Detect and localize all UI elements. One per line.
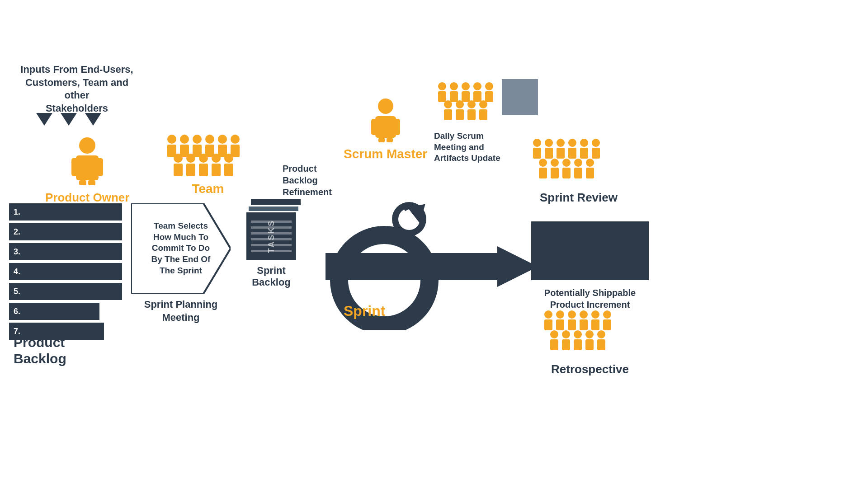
svg-rect-71 xyxy=(539,168,547,178)
svg-rect-73 xyxy=(551,168,559,178)
svg-rect-89 xyxy=(591,319,599,330)
svg-rect-5 xyxy=(88,180,95,185)
svg-rect-87 xyxy=(580,319,588,330)
svg-rect-19 xyxy=(174,164,183,176)
sprint-progress-arrow xyxy=(326,246,538,287)
pentagon-shape: Team Selects How Much To Commit To Do By… xyxy=(131,203,231,294)
svg-rect-3 xyxy=(93,158,103,176)
svg-point-90 xyxy=(603,310,611,319)
svg-point-66 xyxy=(580,139,588,147)
svg-point-26 xyxy=(224,154,233,163)
svg-rect-27 xyxy=(224,164,233,176)
inputs-label: Inputs From End-Users,Customers, Team an… xyxy=(14,63,140,115)
svg-point-29 xyxy=(378,99,393,114)
sprint-planning-section: Team Selects How Much To Commit To Do By… xyxy=(131,203,231,324)
svg-point-54 xyxy=(467,100,476,108)
svg-rect-25 xyxy=(212,164,221,176)
svg-rect-31 xyxy=(371,119,380,135)
svg-point-42 xyxy=(450,82,458,90)
retrospective-section: Retrospective xyxy=(531,307,649,376)
svg-point-88 xyxy=(591,310,599,319)
scrum-master-section: Scrum Master xyxy=(344,97,427,161)
backlog-item-5: 5. xyxy=(9,283,122,300)
svg-point-24 xyxy=(212,154,221,163)
backlog-item-4: 4. xyxy=(9,263,122,280)
svg-rect-61 xyxy=(545,148,553,159)
svg-rect-97 xyxy=(574,339,582,350)
svg-point-64 xyxy=(568,139,576,147)
svg-point-74 xyxy=(562,159,571,167)
sprint-review-label: Sprint Review xyxy=(529,191,628,205)
product-backlog-label: ProductBacklog xyxy=(14,334,66,367)
svg-point-10 xyxy=(193,135,202,144)
svg-rect-91 xyxy=(603,319,611,330)
sprint-planning-text: Team Selects How Much To Commit To Do By… xyxy=(146,221,216,276)
product-owner-label: Product Owner xyxy=(45,191,129,205)
team-label: Team xyxy=(163,182,253,196)
svg-rect-2 xyxy=(71,158,81,176)
arrow-down-1 xyxy=(36,113,52,126)
svg-rect-95 xyxy=(562,339,570,350)
svg-point-70 xyxy=(539,159,547,167)
svg-point-14 xyxy=(218,135,227,144)
svg-point-22 xyxy=(199,154,208,163)
svg-point-20 xyxy=(186,154,195,163)
svg-rect-57 xyxy=(479,109,487,120)
svg-point-6 xyxy=(167,135,176,144)
svg-rect-101 xyxy=(597,339,605,350)
svg-rect-34 xyxy=(387,138,393,142)
svg-rect-32 xyxy=(391,119,400,135)
retrospective-label: Retrospective xyxy=(531,362,649,376)
svg-rect-51 xyxy=(444,109,452,120)
svg-rect-65 xyxy=(568,148,576,159)
svg-point-52 xyxy=(456,100,464,108)
svg-point-96 xyxy=(574,330,582,338)
daily-scrum-label: Daily ScrumMeeting andArtifacts Update xyxy=(434,131,515,164)
scrum-master-label: Scrum Master xyxy=(344,147,427,161)
svg-rect-85 xyxy=(568,319,576,330)
svg-point-92 xyxy=(550,330,558,338)
svg-rect-59 xyxy=(533,148,541,159)
svg-rect-4 xyxy=(79,180,86,185)
gray-square xyxy=(502,79,538,115)
svg-point-82 xyxy=(556,310,564,319)
svg-rect-47 xyxy=(473,91,481,102)
svg-rect-67 xyxy=(580,148,588,159)
product-backlog-list: 1. 2. 3. 4. 5. 6. 7. xyxy=(9,203,122,343)
product-owner-icon xyxy=(69,136,105,185)
sprint-label: Sprint xyxy=(344,303,385,319)
backlog-item-3: 3. xyxy=(9,243,122,260)
tasks-overlay-label: TASKS xyxy=(267,220,276,253)
svg-point-8 xyxy=(180,135,189,144)
svg-point-86 xyxy=(580,310,588,319)
svg-rect-99 xyxy=(585,339,594,350)
svg-rect-81 xyxy=(544,319,552,330)
scrum-diagram: Inputs From End-Users,Customers, Team an… xyxy=(0,0,868,488)
backlog-item-1: 1. xyxy=(9,203,122,221)
svg-point-98 xyxy=(585,330,594,338)
scrum-master-icon xyxy=(370,97,401,142)
svg-rect-45 xyxy=(462,91,470,102)
weeks-label: 1-4 Weeks xyxy=(439,262,487,274)
svg-rect-49 xyxy=(485,91,493,102)
svg-point-84 xyxy=(568,310,576,319)
svg-point-78 xyxy=(586,159,594,167)
svg-point-60 xyxy=(545,139,553,147)
sprint-planning-label: Sprint PlanningMeeting xyxy=(131,298,231,324)
svg-point-100 xyxy=(597,330,605,338)
sprint-backlog-label: SprintBacklog xyxy=(246,265,296,288)
svg-point-12 xyxy=(205,135,214,144)
svg-rect-93 xyxy=(550,339,558,350)
team-icon xyxy=(163,131,253,176)
svg-rect-23 xyxy=(199,164,208,176)
svg-rect-75 xyxy=(562,168,571,178)
retrospective-icon xyxy=(540,307,640,357)
svg-point-40 xyxy=(438,82,446,90)
svg-point-44 xyxy=(462,82,470,90)
pbr-label: ProductBacklogRefinement xyxy=(283,163,355,198)
svg-point-48 xyxy=(485,82,493,90)
svg-point-0 xyxy=(79,137,95,154)
svg-point-46 xyxy=(473,82,481,90)
svg-point-68 xyxy=(592,139,600,147)
arrow-down-3 xyxy=(85,113,101,126)
